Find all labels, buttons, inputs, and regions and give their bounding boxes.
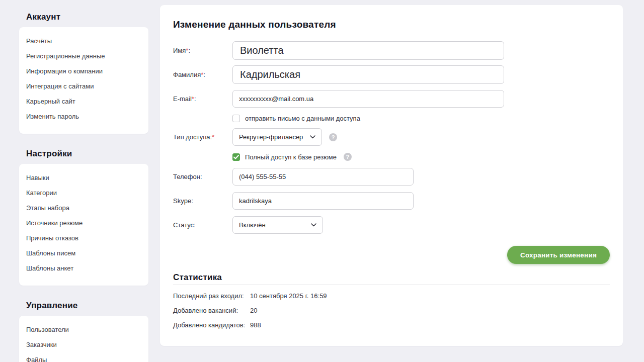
required-mark: * <box>212 133 214 141</box>
sidebar-item-registration-data[interactable]: Регистрационные данные <box>26 49 141 64</box>
full-db-access-label: Полный доступ к базе резюме <box>245 153 337 161</box>
phone-label: Телефон: <box>173 173 232 180</box>
last-name-input[interactable] <box>232 65 504 84</box>
send-credentials-label: отправить письмо с данными доступа <box>245 115 360 122</box>
sidebar-item-categories[interactable]: Категории <box>26 186 141 201</box>
statistics-divider <box>173 285 610 285</box>
checkmark-icon <box>233 155 239 159</box>
stat-vacancies-value: 20 <box>250 307 257 314</box>
sidebar: Аккаунт Расчёты Регистрационные данные И… <box>19 0 148 362</box>
stat-candidates-value: 988 <box>250 321 261 329</box>
sidebar-item-customers[interactable]: Заказчики <box>26 337 141 352</box>
email-row: E-mail*: <box>173 90 610 108</box>
last-name-row: Фамилия*: <box>173 65 610 84</box>
stat-vacancies-label: Добавлено вакансий: <box>173 307 250 314</box>
skype-row: Skype: <box>173 192 610 210</box>
actions-row: Сохранить изменения <box>173 246 610 264</box>
status-label: Статус: <box>173 221 232 229</box>
send-credentials-row: отправить письмо с данными доступа <box>232 114 610 122</box>
sidebar-heading-account: Аккаунт <box>26 12 148 22</box>
access-type-row: Тип доступа:* Рекрутер-фрилансер ? <box>173 128 610 146</box>
full-db-access-row: Полный доступ к базе резюме ? <box>232 153 610 161</box>
sidebar-item-letter-templates[interactable]: Шаблоны писем <box>26 246 141 261</box>
sidebar-item-resume-sources[interactable]: Источники резюме <box>26 216 141 231</box>
access-type-help-icon[interactable]: ? <box>329 133 337 141</box>
sidebar-group-settings: Навыки Категории Этапы набора Источники … <box>19 164 148 286</box>
sidebar-item-rejection-reasons[interactable]: Причины отказов <box>26 231 141 246</box>
skype-label: Skype: <box>173 197 232 205</box>
stat-last-login-label: Последний раз входил: <box>173 292 250 300</box>
first-name-label: Имя*: <box>173 47 232 54</box>
sidebar-item-calculations[interactable]: Расчёты <box>26 34 141 49</box>
access-type-select[interactable]: Рекрутер-фрилансер <box>232 128 322 146</box>
statistics-heading: Статистика <box>173 273 610 283</box>
email-label: E-mail*: <box>173 95 232 103</box>
status-select[interactable]: Включён <box>232 216 323 234</box>
phone-input[interactable] <box>232 168 414 186</box>
access-type-value: Рекрутер-фрилансер <box>239 133 303 141</box>
phone-row: Телефон: <box>173 168 610 186</box>
stat-vacancies-row: Добавлено вакансий: 20 <box>173 307 610 314</box>
chevron-down-icon <box>311 223 316 227</box>
sidebar-item-site-integration[interactable]: Интеграция с сайтами <box>26 79 141 94</box>
last-name-label: Фамилия*: <box>173 71 232 78</box>
first-name-input[interactable] <box>232 41 504 60</box>
email-input[interactable] <box>232 90 504 108</box>
sidebar-heading-settings: Настройки <box>26 149 148 159</box>
edit-user-panel: Изменение данных пользователя Имя*: Фами… <box>160 5 623 346</box>
sidebar-item-skills[interactable]: Навыки <box>26 170 141 186</box>
sidebar-group-account: Расчёты Регистрационные данные Информаци… <box>19 27 148 134</box>
stat-last-login-value: 10 сентября 2025 г. 16:59 <box>250 292 327 300</box>
sidebar-item-change-password[interactable]: Изменить пароль <box>26 109 141 124</box>
status-value: Включён <box>239 221 266 229</box>
skype-input[interactable] <box>232 192 414 210</box>
sidebar-group-management: Пользователи Заказчики Файлы <box>19 316 148 362</box>
sidebar-item-users[interactable]: Пользователи <box>26 322 141 337</box>
access-type-label: Тип доступа:* <box>173 133 232 141</box>
sidebar-heading-management: Управление <box>26 301 148 311</box>
chevron-down-icon <box>310 135 315 139</box>
page: Аккаунт Расчёты Регистрационные данные И… <box>0 0 644 362</box>
stat-last-login-row: Последний раз входил: 10 сентября 2025 г… <box>173 292 610 300</box>
sidebar-item-company-info[interactable]: Информация о компании <box>26 64 141 79</box>
page-title: Изменение данных пользователя <box>173 19 610 30</box>
stat-candidates-label: Добавлено кандидатов: <box>173 321 250 329</box>
save-changes-button[interactable]: Сохранить изменения <box>507 246 610 264</box>
first-name-row: Имя*: <box>173 41 610 60</box>
sidebar-item-career-site[interactable]: Карьерный сайт <box>26 94 141 109</box>
sidebar-item-form-templates[interactable]: Шаблоны анкет <box>26 261 141 276</box>
sidebar-item-recruitment-stages[interactable]: Этапы набора <box>26 201 141 216</box>
full-db-access-checkbox[interactable] <box>232 153 240 161</box>
send-credentials-checkbox[interactable] <box>232 115 240 122</box>
sidebar-item-files[interactable]: Файлы <box>26 352 141 362</box>
stat-candidates-row: Добавлено кандидатов: 988 <box>173 321 610 329</box>
status-row: Статус: Включён <box>173 216 610 234</box>
full-db-access-help-icon[interactable]: ? <box>344 153 352 161</box>
